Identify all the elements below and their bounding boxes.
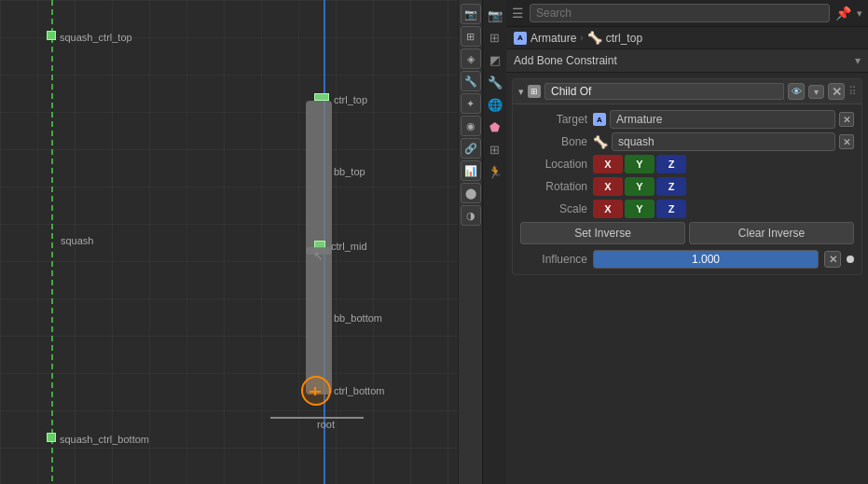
search-input[interactable] [530,4,830,22]
tool-camera[interactable]: 📷 [461,4,481,24]
influence-slider[interactable]: 1.000 [593,250,819,269]
label-bb-bottom: bb_bottom [334,312,382,324]
header-expand-icon[interactable]: ▾ [857,7,862,20]
bone-body-top [306,101,332,255]
bone-node-squash-ctrl-top[interactable] [47,31,56,40]
rotation-z-button[interactable]: Z [656,177,686,196]
label-squash-ctrl-top: squash_ctrl_top [60,32,132,43]
panel-icon-view[interactable]: ◩ [486,50,504,69]
tool-modifier[interactable]: 🔧 [461,71,481,91]
scale-x-button[interactable]: X [593,200,623,218]
set-inverse-button[interactable]: Set Inverse [520,222,685,244]
inverse-action-row: Set Inverse Clear Inverse [520,222,854,244]
constraint-body: Target A ✕ Bone 🦴 ✕ [513,104,861,274]
header-menu-icon[interactable]: ☰ [512,6,524,21]
breadcrumb-separator: › [580,33,583,43]
scale-xyz-group: X Y Z [593,200,686,218]
bone-label: Bone [520,135,587,148]
label-squash-ctrl-bottom: squash_ctrl_bottom [60,434,149,445]
scale-y-button[interactable]: Y [625,200,654,218]
influence-reset-button[interactable]: ✕ [824,251,841,268]
scale-row: Scale X Y Z [520,200,854,218]
panel-icon-object[interactable]: ⬟ [486,118,504,136]
rotation-x-button[interactable]: X [593,177,623,196]
bone-node-squash-ctrl-bottom[interactable] [47,433,56,442]
label-ctrl-bottom: ctrl_bottom [334,385,384,396]
scale-xyz-wrap: X Y Z [593,200,854,218]
rotation-row: Rotation X Y Z [520,177,854,196]
tool-data[interactable]: 📊 [461,160,481,181]
tool-material[interactable]: ⬤ [461,183,481,203]
constraint-visibility-button[interactable]: 👁 [788,83,805,100]
add-constraint-arrow-icon: ▾ [855,54,861,67]
location-y-button[interactable]: Y [625,155,654,173]
label-root: root [317,419,335,430]
panel-icon-world[interactable]: 🌐 [486,95,504,114]
constraint-type-icon: ⊞ [528,85,541,98]
influence-label: Influence [520,253,587,266]
right-panel: 📷 ⊞ ◩ 🔧 🌐 ⬟ ⊞ 🏃 ☰ 📌 ▾ A Armature › 🦴 ctr… [482,0,868,484]
constraint-menu-dots[interactable]: ⠿ [848,85,856,98]
target-label: Target [520,113,587,126]
scale-label: Scale [520,202,587,215]
bone-row: Bone 🦴 ✕ [520,132,854,151]
target-armature-icon: A [593,113,606,126]
rotation-xyz-group: X Y Z [593,177,686,196]
label-squash: squash [61,235,93,246]
constraint-collapse-icon[interactable]: ▾ [518,86,524,98]
constraint-name-field[interactable] [544,83,784,100]
tool-grid[interactable]: ⊞ [461,26,481,47]
bone-clear-button[interactable]: ✕ [839,134,854,149]
bone-value-wrap: 🦴 ✕ [593,132,854,151]
target-value-wrap: A ✕ [593,110,854,129]
clear-inverse-button[interactable]: Clear Inverse [689,222,854,244]
ctrl-cross-h [310,391,321,393]
viewport[interactable]: squash_ctrl_top ctrl_top bb_top ctrl_mid… [0,0,482,484]
bone-input[interactable] [612,132,835,151]
location-xyz-wrap: X Y Z [593,155,854,173]
panel-icon-particles[interactable]: 🏃 [486,162,504,181]
breadcrumb-armature[interactable]: Armature [530,32,576,45]
tool-particles[interactable]: ✦ [461,93,481,114]
breadcrumb-bone[interactable]: ctrl_top [606,32,642,45]
constraint-block: ▾ ⊞ 👁 ▾ ✕ ⠿ Target A ✕ [512,78,862,275]
tool-object[interactable]: ◈ [461,48,481,69]
location-x-button[interactable]: X [593,155,623,173]
viewport-toolbar: 📷 ⊞ ◈ 🔧 ✦ ◉ 🔗 📊 ⬤ ◑ [458,0,482,484]
bone-body-bottom [306,247,332,394]
label-ctrl-mid: ctrl_mid [331,241,367,252]
tool-shading[interactable]: ◑ [461,205,481,226]
location-z-button[interactable]: Z [656,155,686,173]
location-row: Location X Y Z [520,155,854,173]
label-bb-top: bb_top [334,166,365,177]
influence-value: 1.000 [692,253,720,266]
constraint-delete-button[interactable]: ✕ [828,83,845,100]
breadcrumb: A Armature › 🦴 ctrl_top [506,27,868,49]
pin-button[interactable]: 📌 [835,6,851,21]
bone-icon-small: 🦴 [593,135,608,149]
rotation-y-button[interactable]: Y [625,177,654,196]
location-label: Location [520,158,587,171]
tool-constraints[interactable]: 🔗 [461,138,481,159]
panel-icon-sidebar: 📷 ⊞ ◩ 🔧 🌐 ⬟ ⊞ 🏃 [482,0,506,484]
constraint-expand-button[interactable]: ▾ [808,85,824,99]
panel-icon-render[interactable]: 📷 [486,6,504,24]
target-input[interactable] [610,110,835,129]
bone-node-ctrl-top[interactable] [314,93,329,101]
influence-keyframe-dot [847,256,854,263]
panel-icon-output[interactable]: ⊞ [486,28,504,47]
tool-physics[interactable]: ◉ [461,116,481,136]
label-ctrl-top: ctrl_top [334,94,367,105]
constraint-header: ▾ ⊞ 👁 ▾ ✕ ⠿ [513,79,861,104]
scale-z-button[interactable]: Z [656,200,686,218]
panel-icon-modifier[interactable]: ⊞ [486,140,504,159]
prop-header: ☰ 📌 ▾ [506,0,868,27]
rotation-label: Rotation [520,180,587,193]
add-constraint-label: Add Bone Constraint [514,54,855,67]
rotation-xyz-wrap: X Y Z [593,177,854,196]
bone-chain-line-left [51,0,53,484]
add-constraint-row[interactable]: Add Bone Constraint ▾ [506,49,868,73]
target-clear-button[interactable]: ✕ [839,112,854,127]
properties-panel: ☰ 📌 ▾ A Armature › 🦴 ctrl_top Add Bone C… [506,0,868,484]
panel-icon-scene[interactable]: 🔧 [486,73,504,91]
